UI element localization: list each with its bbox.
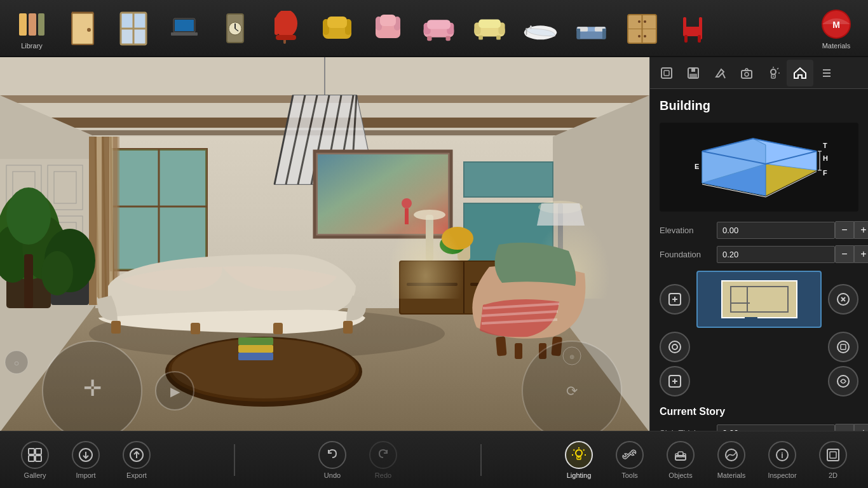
svg-rect-142: [273, 323, 283, 334]
foundation-minus[interactable]: −: [835, 245, 854, 263]
svg-rect-62: [684, 35, 688, 43]
svg-line-171: [722, 73, 725, 78]
panel-btn-save[interactable]: [680, 60, 707, 86]
top-tool-door[interactable]: [57, 1, 108, 55]
top-tool-cabinet[interactable]: [616, 1, 667, 55]
svg-rect-215: [29, 456, 34, 461]
building-diagram: T H E F: [660, 123, 858, 212]
svg-rect-136: [388, 184, 464, 299]
panel-btn-list[interactable]: [813, 60, 840, 86]
svg-rect-36: [445, 36, 450, 41]
top-tool-chair-red[interactable]: [261, 1, 311, 55]
top-tool-armchair[interactable]: [311, 1, 362, 55]
panel-toolbar: [650, 57, 868, 89]
svg-line-223: [583, 449, 585, 451]
bottom-gallery[interactable]: Gallery: [10, 433, 60, 487]
svg-rect-51: [602, 29, 606, 39]
objects-label: Objects: [668, 471, 692, 479]
svg-rect-22: [275, 17, 278, 35]
svg-rect-166: [661, 68, 672, 78]
svg-rect-236: [827, 449, 839, 461]
chair-red2-icon: [675, 11, 710, 46]
svg-rect-35: [427, 36, 431, 41]
panel-btn-home[interactable]: [787, 60, 813, 86]
svg-text:○: ○: [14, 358, 19, 368]
top-tool-materials[interactable]: M Materials: [811, 1, 862, 55]
panel-btn-light[interactable]: [760, 60, 787, 86]
svg-rect-172: [742, 71, 752, 78]
svg-point-58: [644, 35, 646, 37]
import-icon: [72, 441, 100, 469]
svg-rect-0: [19, 13, 27, 36]
bathtub-icon: [523, 11, 558, 46]
bottom-objects[interactable]: Objects: [655, 433, 706, 487]
viewport[interactable]: ✛ ○ ▶ ⟳ ⊕: [0, 57, 649, 432]
top-tool-library[interactable]: Library: [6, 1, 57, 55]
svg-rect-141: [191, 323, 200, 334]
bottom-2d[interactable]: 2D: [808, 433, 858, 487]
action-btn-right-3[interactable]: [828, 366, 858, 396]
svg-rect-140: [343, 321, 353, 334]
top-tool-bed[interactable]: [566, 1, 616, 55]
svg-rect-214: [36, 449, 41, 454]
panel-btn-select[interactable]: [653, 60, 680, 86]
svg-rect-1: [29, 13, 36, 36]
top-tool-laptop[interactable]: [159, 1, 210, 55]
bottom-right-group: Lighting Tools Objects Materials i Inspe…: [553, 433, 858, 487]
top-tool-window[interactable]: [108, 1, 159, 55]
export-icon: [123, 441, 151, 469]
top-tool-chair-pink[interactable]: [362, 1, 413, 55]
svg-point-205: [669, 341, 681, 353]
foundation-plus[interactable]: +: [854, 245, 868, 263]
inspector-label: Inspector: [768, 471, 796, 479]
undo-icon: [318, 441, 346, 469]
materials-label: Materials: [717, 471, 746, 479]
svg-point-105: [41, 251, 73, 295]
svg-line-226: [574, 449, 575, 451]
top-tool-bathtub[interactable]: [515, 1, 566, 55]
svg-rect-102: [24, 254, 33, 308]
tools-icon: [616, 441, 644, 469]
top-tool-sofa-pink[interactable]: [413, 1, 464, 55]
bottom-undo[interactable]: Undo: [307, 433, 358, 487]
door-icon: [65, 11, 100, 46]
floor-plan-door: [745, 317, 757, 318]
foundation-row: Foundation − +: [660, 245, 858, 263]
redo-icon: [369, 441, 397, 469]
top-tool-clock[interactable]: [210, 1, 261, 55]
svg-rect-169: [691, 68, 695, 72]
panel-btn-camera[interactable]: [733, 60, 760, 86]
floor-plan-inner: [721, 280, 797, 318]
bottom-inspector[interactable]: i Inspector: [757, 433, 808, 487]
action-btn-right-1[interactable]: [828, 284, 858, 315]
svg-rect-139: [111, 321, 121, 334]
elevation-input[interactable]: [717, 222, 835, 239]
action-btn-select[interactable]: [660, 332, 690, 362]
svg-rect-208: [841, 344, 846, 349]
svg-rect-148: [238, 337, 273, 345]
bottom-import[interactable]: Import: [60, 433, 111, 487]
bottom-materials[interactable]: Materials: [706, 433, 757, 487]
bottom-export[interactable]: Export: [111, 433, 162, 487]
elevation-plus[interactable]: +: [854, 221, 868, 239]
svg-text:H: H: [823, 154, 828, 162]
svg-text:M: M: [832, 20, 840, 30]
2d-label: 2D: [829, 471, 837, 479]
elevation-label: Elevation: [660, 226, 717, 235]
action-btn-add-room[interactable]: [660, 284, 690, 315]
svg-point-206: [672, 344, 677, 349]
gallery-label: Gallery: [24, 471, 46, 479]
top-tool-sofa-yellow[interactable]: [464, 1, 515, 55]
action-btn-right-2[interactable]: [828, 332, 858, 362]
top-tool-chair-red2[interactable]: [667, 1, 718, 55]
elevation-minus[interactable]: −: [835, 221, 854, 239]
bottom-lighting[interactable]: Lighting: [553, 433, 604, 487]
bottom-tools[interactable]: Tools: [604, 433, 655, 487]
action-btn-terrain[interactable]: [660, 366, 690, 396]
bottom-redo[interactable]: Redo: [358, 433, 409, 487]
panel-btn-paint[interactable]: [707, 60, 733, 86]
redo-label: Redo: [375, 471, 391, 479]
right-panel: Building T H E F: [649, 57, 868, 432]
objects-icon: [667, 441, 695, 469]
foundation-input[interactable]: [717, 246, 835, 263]
